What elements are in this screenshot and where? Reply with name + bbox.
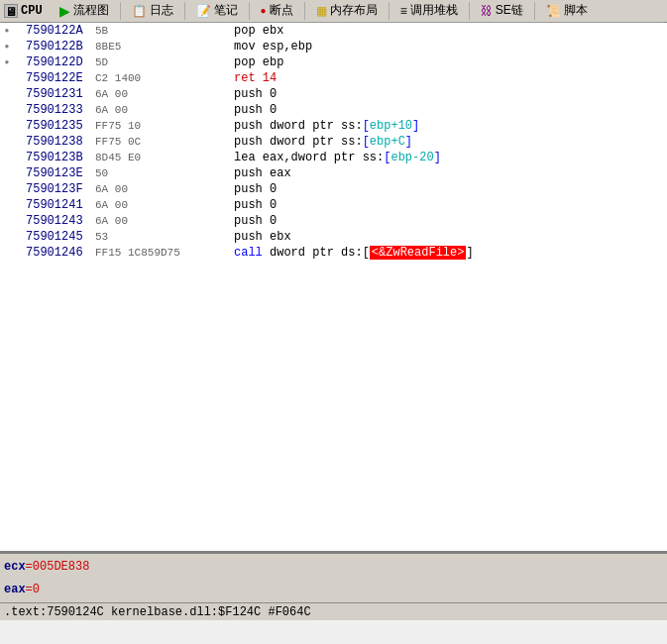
memory-label: 内存布局 [330,2,378,19]
toolbar-script[interactable]: 📜 脚本 [539,1,595,21]
row-bytes: 8BE5 [95,39,234,54]
row-bytes: 53 [95,229,234,245]
row-address: 7590122D [24,54,95,70]
eax-label: eax [4,583,26,596]
row-address: 75901241 [24,197,95,213]
table-row[interactable]: 75901246FF15 1C859D75call dword ptr ds:[… [0,245,667,261]
table-row[interactable]: ●7590122B8BE5mov esp,ebp [0,39,667,54]
status-bar: ecx =005DE838 eax =0 [0,553,667,602]
table-row[interactable]: 75901238FF75 0Cpush dword ptr ss:[ebp+C] [0,134,667,150]
row-address: 75901243 [24,213,95,229]
row-instruction: push 0 [234,102,667,118]
toolbar-log[interactable]: 📋 日志 [125,1,180,21]
row-instruction: pop ebp [234,54,667,70]
instr-text: push ebx [234,230,291,244]
instr-text: push dword ptr ss:[ebp+C] [234,135,412,149]
row-address: 75901238 [24,134,95,150]
row-bytes: 6A 00 [95,197,234,213]
sep-4 [304,2,305,20]
row-instruction: push 0 [234,197,667,213]
row-address: 75901246 [24,245,95,261]
toolbar-memory[interactable]: ▦ 内存布局 [309,1,385,21]
toolbar-callstack[interactable]: ≡ 调用堆栈 [393,1,465,21]
table-row[interactable]: 759012316A 00push 0 [0,86,667,102]
disasm-area[interactable]: ●7590122A5Bpop ebx●7590122B8BE5mov esp,e… [0,23,667,553]
cpu-label-text: CPU [21,4,43,18]
path-bar: .text:7590124C kernelbase.dll:$F124C #F0… [0,602,667,620]
row-instruction: call dword ptr ds:[<&ZwReadFile>] [234,245,667,261]
table-row[interactable]: 759012336A 00push 0 [0,102,667,118]
breakpoints-label: 断点 [270,2,293,19]
flowchart-icon: ▶ [59,3,70,19]
row-bytes: 6A 00 [95,181,234,197]
table-row[interactable]: 75901235FF75 10push dword ptr ss:[ebp+10… [0,118,667,134]
main-area: ●7590122A5Bpop ebx●7590122B8BE5mov esp,e… [0,23,667,620]
instr-text: call dword ptr ds:[<&ZwReadFile>] [234,246,474,260]
row-bytes: 6A 00 [95,86,234,102]
row-bytes: FF75 10 [95,118,234,134]
row-bytes: FF15 1C859D75 [95,245,234,261]
toolbar-sechain[interactable]: ⛓ SE链 [474,1,530,21]
table-row[interactable]: 7590124553push ebx [0,229,667,245]
disasm-scroll[interactable]: ●7590122A5Bpop ebx●7590122B8BE5mov esp,e… [0,23,667,551]
log-label: 日志 [150,2,173,19]
table-row[interactable]: 759012416A 00push 0 [0,197,667,213]
table-row[interactable]: 7590123B8D45 E0lea eax,dword ptr ss:[ebp… [0,150,667,165]
instr-text: push dword ptr ss:[ebp+10] [234,119,419,133]
row-instruction: mov esp,ebp [234,39,667,54]
row-bullet: ● [0,23,14,39]
sep-3 [249,2,250,20]
row-address: 7590123B [24,150,95,165]
instr-text: push 0 [234,198,277,212]
instr-text: push 0 [234,182,277,196]
sechain-icon: ⛓ [481,4,493,18]
title-bar: 🖥 CPU ▶ 流程图 📋 日志 📝 笔记 ● 断点 ▦ 内存布局 ≡ [0,0,667,23]
row-address: 7590123E [24,165,95,181]
row-bytes: 5D [95,54,234,70]
row-address: 7590122E [24,70,95,86]
row-instruction: lea eax,dword ptr ss:[ebp-20] [234,150,667,165]
row-instruction: push ebx [234,229,667,245]
row-address: 75901235 [24,118,95,134]
toolbar-breakpoints[interactable]: ● 断点 [254,1,300,21]
instr-text: ret 14 [234,71,277,85]
script-label: 脚本 [564,2,588,19]
status-line-1: ecx =005DE838 [4,559,663,575]
memory-icon: ▦ [316,4,327,18]
cpu-title: 🖥 CPU [4,4,43,18]
table-row[interactable]: 7590123F6A 00push 0 [0,181,667,197]
path-text: .text:7590124C kernelbase.dll:$F124C #F0… [4,605,311,619]
row-instruction: pop ebx [234,23,667,39]
row-bytes: FF75 0C [95,134,234,150]
row-address: 7590122A [24,23,95,39]
instr-text: mov esp,ebp [234,40,312,54]
instr-text: push 0 [234,214,277,228]
toolbar-flowchart[interactable]: ▶ 流程图 [53,1,116,21]
instr-text: push 0 [234,87,277,101]
sechain-label: SE链 [496,2,523,19]
row-instruction: push eax [234,165,667,181]
eax-value: =0 [26,583,40,596]
sep-5 [389,2,389,20]
instr-text: pop ebx [234,24,283,38]
table-row[interactable]: ●7590122D5Dpop ebp [0,54,667,70]
row-bullet: ● [0,54,14,70]
sep-7 [534,2,535,20]
row-bytes: C2 1400 [95,70,234,86]
row-bytes: 50 [95,165,234,181]
row-bytes: 6A 00 [95,102,234,118]
row-address: 7590122B [24,39,95,54]
toolbar-notes[interactable]: 📝 笔记 [189,1,245,21]
sep-2 [184,2,185,20]
row-instruction: push dword ptr ss:[ebp+10] [234,118,667,134]
table-row[interactable]: 7590122EC2 1400ret 14 [0,70,667,86]
row-bullet: ● [0,39,14,54]
table-row[interactable]: ●7590122A5Bpop ebx [0,23,667,39]
sep-6 [469,2,470,20]
table-row[interactable]: 7590123E50push eax [0,165,667,181]
table-row[interactable]: 759012436A 00push 0 [0,213,667,229]
log-icon: 📋 [132,4,147,18]
toolbar: ▶ 流程图 📋 日志 📝 笔记 ● 断点 ▦ 内存布局 ≡ 调用堆栈 ⛓ [51,0,663,23]
sep-1 [120,2,121,20]
row-bytes: 5B [95,23,234,39]
